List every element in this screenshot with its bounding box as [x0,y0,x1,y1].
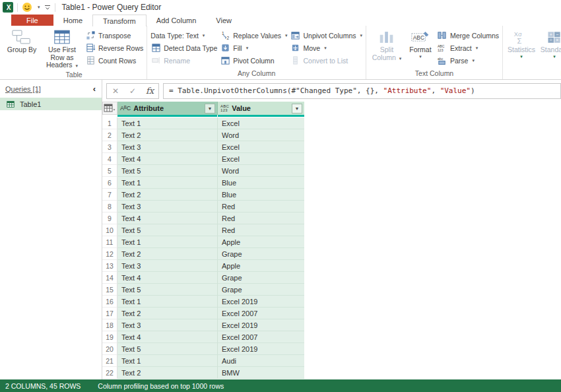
tab-home[interactable]: Home [53,15,92,26]
cell-value[interactable]: Excel [218,153,304,165]
row-number[interactable]: 3 [102,141,117,153]
standard-button[interactable]: +−÷× Standard ▾ [538,27,561,59]
data-type-button[interactable]: Data Type: Text▾ [149,29,218,42]
cell-attribute[interactable]: Text 4 [117,331,218,343]
smiley-feedback-icon[interactable] [22,2,32,13]
cell-value[interactable]: Grape [218,284,304,296]
convert-to-list-button[interactable]: Convert to List [289,54,364,67]
cell-value[interactable]: Red [218,201,304,212]
cell-attribute[interactable]: Text 1 [117,296,218,308]
transpose-button[interactable]: Transpose [84,29,145,42]
cell-value[interactable]: Word [218,129,304,141]
cell-attribute[interactable]: Text 3 [117,141,218,153]
cell-attribute[interactable]: Text 5 [117,284,218,296]
row-number[interactable]: 2 [102,129,117,141]
rename-button[interactable]: Rename [149,54,218,67]
pivot-column-button[interactable]: Pivot Column [218,54,288,67]
cell-attribute[interactable]: Text 4 [117,212,218,224]
use-first-row-as-headers-button[interactable]: Use First Row as Headers ▾ [40,27,84,70]
row-number[interactable]: 4 [102,153,117,165]
collapse-pane-icon[interactable]: ‹ [93,86,96,92]
row-number[interactable]: 17 [102,308,117,319]
cell-value[interactable]: BMW [218,367,304,379]
cell-value[interactable]: Excel 2019 [218,296,304,308]
tab-transform[interactable]: Transform [92,15,147,26]
cell-attribute[interactable]: Text 1 [117,236,218,248]
cell-value[interactable]: Audi [218,355,304,367]
column-header-value[interactable]: ABC123 Value ▼ [218,102,304,115]
row-number[interactable]: 22 [102,367,117,379]
move-button[interactable]: Move▾ [289,42,364,54]
cell-attribute[interactable]: Text 2 [117,248,218,260]
row-number[interactable]: 5 [102,165,117,177]
attribute-quality-bar[interactable] [117,115,217,117]
cell-attribute[interactable]: Text 2 [117,308,218,319]
row-number[interactable]: 13 [102,260,117,272]
row-number[interactable]: 15 [102,284,117,296]
row-number[interactable]: 18 [102,319,117,331]
value-quality-bar[interactable] [218,115,304,117]
split-column-button[interactable]: Split Column ▾ [368,27,405,62]
column-header-attribute[interactable]: AᴮC Attribute ▼ [117,102,218,115]
cell-value[interactable]: Blue [218,189,304,201]
row-number[interactable]: 6 [102,177,117,189]
group-by-button[interactable]: Group By [3,27,40,54]
tab-file[interactable]: File [11,15,53,26]
row-number[interactable]: 10 [102,224,117,236]
row-number[interactable]: 12 [102,248,117,260]
reverse-rows-button[interactable]: Reverse Rows [84,42,145,54]
cell-attribute[interactable]: Text 2 [117,189,218,201]
count-rows-button[interactable]: 123 Count Rows [84,54,145,67]
fill-button[interactable]: Fill▾ [218,42,288,54]
row-number[interactable]: 11 [102,236,117,248]
query-item-table1[interactable]: Table1 [0,98,102,110]
format-button[interactable]: ABC Format ▾ [405,27,436,59]
cell-value[interactable]: Red [218,212,304,224]
cancel-formula-button[interactable]: ✕ [107,84,124,98]
tab-view[interactable]: View [206,15,242,26]
confirm-formula-button[interactable]: ✓ [124,84,141,98]
extract-button[interactable]: ABC123 Extract▾ [436,42,500,54]
row-number[interactable]: 14 [102,272,117,284]
cell-attribute[interactable]: Text 3 [117,201,218,212]
cell-attribute[interactable]: Text 4 [117,153,218,165]
cell-value[interactable]: Apple [218,236,304,248]
row-number[interactable]: 1 [102,117,117,129]
tab-add-column[interactable]: Add Column [147,15,207,26]
cell-attribute[interactable]: Text 4 [117,272,218,284]
cell-value[interactable]: Red [218,224,304,236]
parse-button[interactable]: abc Parse▾ [436,54,500,67]
value-filter-button[interactable]: ▼ [292,104,302,114]
cell-attribute[interactable]: Text 1 [117,355,218,367]
cell-attribute[interactable]: Text 3 [117,319,218,331]
cell-value[interactable]: Blue [218,177,304,189]
cell-value[interactable]: Grape [218,272,304,284]
detect-data-type-button[interactable]: Detect Data Type [149,42,218,54]
formula-input[interactable]: = Table.UnpivotOtherColumns(#"Changed Ty… [163,83,561,99]
cell-value[interactable]: Excel [218,117,304,129]
cell-attribute[interactable]: Text 1 [117,117,218,129]
cell-attribute[interactable]: Text 5 [117,224,218,236]
cell-value[interactable]: Excel 2007 [218,308,304,319]
row-number[interactable]: 16 [102,296,117,308]
row-number[interactable]: 19 [102,331,117,343]
quick-access-customize-icon[interactable] [44,4,51,11]
cell-value[interactable]: Word [218,165,304,177]
cell-value[interactable]: Excel 2019 [218,319,304,331]
merge-columns-button[interactable]: Merge Columns [436,29,500,42]
row-number[interactable]: 9 [102,212,117,224]
cell-attribute[interactable]: Text 5 [117,165,218,177]
row-number[interactable]: 21 [102,355,117,367]
replace-values-button[interactable]: 12 Replace Values▾ [218,29,288,42]
row-number[interactable]: 7 [102,189,117,201]
smiley-dropdown-caret[interactable]: ▾ [38,5,40,10]
cell-attribute[interactable]: Text 1 [117,177,218,189]
cell-attribute[interactable]: Text 3 [117,260,218,272]
cell-attribute[interactable]: Text 5 [117,343,218,355]
cell-value[interactable]: Excel 2019 [218,343,304,355]
attribute-filter-button[interactable]: ▼ [205,104,215,114]
cell-value[interactable]: Excel [218,141,304,153]
unpivot-columns-button[interactable]: Unpivot Columns▾ [289,29,364,42]
row-number[interactable]: 8 [102,201,117,212]
cell-attribute[interactable]: Text 2 [117,367,218,379]
